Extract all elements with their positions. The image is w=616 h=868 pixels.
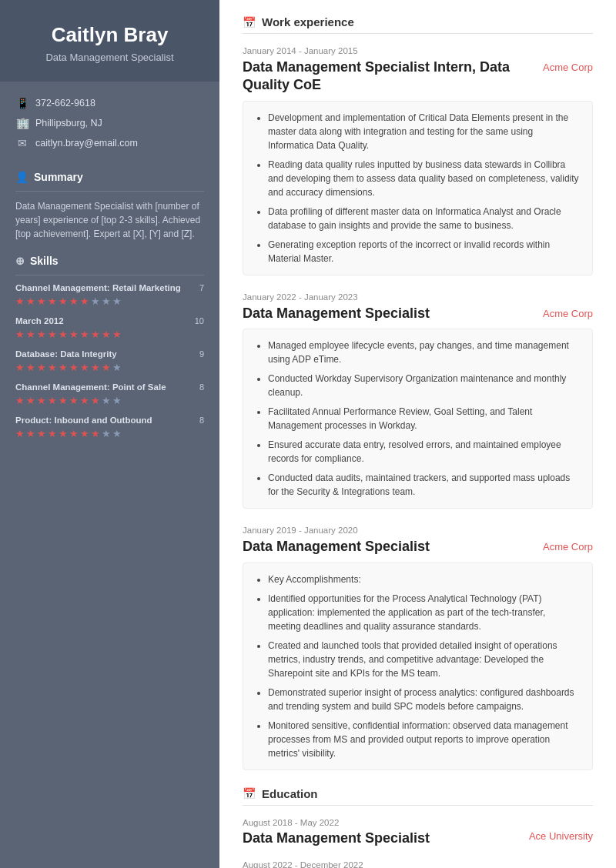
star: ★ [59, 329, 68, 340]
skill-name: Channel Management: Point of Sale [15, 382, 166, 392]
star: ★ [48, 295, 57, 307]
skills-list: Channel Management: Retail Marketing 7 ★… [15, 283, 204, 439]
briefcase-icon: 📅 [243, 16, 256, 28]
work-experience-title: 📅 Work experience [243, 15, 593, 28]
skill-name: March 2012 [15, 316, 64, 326]
skill-score: 7 [199, 283, 204, 292]
star: ★ [80, 362, 89, 373]
star: ★ [37, 428, 46, 439]
star: ★ [80, 395, 89, 406]
star: ★ [26, 395, 35, 406]
candidate-title: Data Management Specialist [15, 52, 204, 63]
candidate-name: Caitlyn Bray [15, 23, 204, 47]
job-company: Acme Corp [543, 58, 593, 73]
skills-divider [15, 275, 204, 275]
summary-divider [15, 191, 204, 192]
star: ★ [102, 329, 111, 340]
jobs-list: January 2014 - January 2015 Data Managem… [243, 46, 593, 770]
skill-score: 8 [199, 416, 204, 425]
skill-header: March 2012 10 [15, 316, 204, 326]
star: ★ [69, 395, 79, 406]
job-bullet: Key Accomplishments: [268, 573, 580, 586]
job-title-row: Data Management Specialist Acme Corp [243, 305, 593, 322]
skill-score: 9 [199, 349, 204, 359]
job-bullet: Reading data quality rules inputted by b… [268, 158, 580, 199]
job-dates: January 2014 - January 2015 [243, 46, 593, 55]
star: ★ [15, 362, 25, 373]
job-bullet: Ensured accurate data entry, resolved er… [268, 438, 580, 466]
education-title: 📅 Education [243, 787, 593, 800]
work-divider [243, 33, 593, 34]
job-entry: January 2019 - January 2020 Data Managem… [243, 526, 593, 770]
email-icon: ✉ [15, 137, 29, 149]
star: ★ [59, 362, 68, 373]
location-contact: 🏢 Phillipsburg, NJ [15, 117, 204, 129]
edu-dates: August 2018 - May 2022 [243, 818, 593, 827]
sidebar-header: Caitlyn Bray Data Management Specialist [0, 0, 219, 82]
education-list: August 2018 - May 2022 Data Management S… [243, 818, 593, 868]
job-bullet: Managed employee lifecycle events, pay c… [268, 339, 580, 366]
skills-icon: ⊕ [15, 255, 25, 267]
star: ★ [102, 362, 111, 373]
star: ★ [91, 295, 100, 307]
skill-header: Channel Management: Point of Sale 8 [15, 382, 204, 392]
star: ★ [59, 395, 68, 406]
job-bullet: Development and implementation of Critic… [268, 111, 580, 152]
summary-icon: 👤 [15, 171, 28, 183]
star: ★ [112, 295, 122, 307]
skill-name: Channel Management: Retail Marketing [15, 283, 181, 292]
star: ★ [15, 395, 25, 406]
star: ★ [69, 329, 79, 340]
skill-stars: ★★★★★★★★★★ [15, 295, 204, 307]
job-title-row: Data Management Specialist Intern, Data … [243, 58, 593, 95]
star: ★ [59, 295, 68, 307]
star: ★ [80, 295, 89, 307]
star: ★ [91, 428, 100, 439]
summary-text: Data Management Specialist with [number … [15, 199, 204, 241]
education-icon: 📅 [243, 787, 256, 800]
skill-score: 10 [195, 316, 204, 326]
skill-item: March 2012 10 ★★★★★★★★★★ [15, 316, 204, 340]
star: ★ [112, 362, 122, 373]
location-text: Phillipsburg, NJ [35, 118, 102, 129]
star: ★ [80, 329, 89, 340]
star: ★ [102, 295, 111, 307]
job-title-row: Data Management Specialist Acme Corp [243, 538, 593, 556]
job-bullet: Monitored sensitive, confidential inform… [268, 719, 580, 760]
phone-icon: 📱 [15, 97, 29, 109]
star: ★ [37, 329, 46, 340]
star: ★ [15, 295, 25, 307]
main-content: 📅 Work experience January 2014 - January… [219, 0, 616, 868]
job-bullet: Conducted data audits, maintained tracke… [268, 471, 580, 499]
skill-score: 8 [199, 382, 204, 392]
education-section: 📅 Education August 2018 - May 2022 Data … [243, 787, 593, 868]
edu-dates: August 2022 - December 2022 [243, 860, 593, 868]
job-bullet: Created and launched tools that provided… [268, 639, 580, 680]
job-company: Acme Corp [543, 538, 593, 553]
star: ★ [37, 362, 46, 373]
job-dates: January 2022 - January 2023 [243, 292, 593, 302]
skill-item: Product: Inbound and Outbound 8 ★★★★★★★★… [15, 416, 204, 439]
star: ★ [26, 428, 35, 439]
star: ★ [48, 362, 57, 373]
star: ★ [48, 395, 57, 406]
job-company: Acme Corp [543, 305, 593, 319]
edu-institution: Ace University [529, 830, 593, 842]
skill-name: Product: Inbound and Outbound [15, 416, 152, 425]
star: ★ [91, 395, 100, 406]
work-experience-section: 📅 Work experience January 2014 - January… [243, 15, 593, 770]
education-entry: August 2022 - December 2022 Data Managem… [243, 860, 593, 868]
job-bullet: Identified opportunities for the Process… [268, 592, 580, 633]
job-dates: January 2019 - January 2020 [243, 526, 593, 535]
job-description: Key Accomplishments:Identified opportuni… [243, 563, 593, 770]
star: ★ [91, 362, 100, 373]
star: ★ [69, 295, 79, 307]
contact-section: 📱 372-662-9618 🏢 Phillipsburg, NJ ✉ cait… [0, 82, 219, 149]
skill-name: Database: Data Integrity [15, 349, 117, 359]
star: ★ [26, 362, 35, 373]
location-icon: 🏢 [15, 117, 29, 129]
job-bullet: Demonstrated superior insight of process… [268, 686, 580, 713]
star: ★ [26, 329, 35, 340]
star: ★ [112, 428, 122, 439]
star: ★ [37, 295, 46, 307]
